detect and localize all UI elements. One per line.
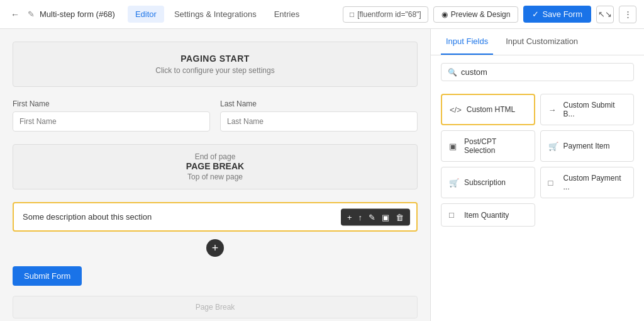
custom-html-icon: </> <box>450 105 462 115</box>
tab-input-fields[interactable]: Input Fields <box>441 29 493 55</box>
custom-payment-icon: □ <box>548 178 558 188</box>
field-post-cpt[interactable]: ▣ Post/CPT Selection <box>441 130 535 162</box>
paging-start-block[interactable]: PAGING START Click to configure your ste… <box>13 42 418 87</box>
custom-submit-label: Custom Submit B... <box>564 101 626 118</box>
tab-input-customization-label: Input Customization <box>506 37 578 46</box>
item-quantity-icon: □ <box>449 210 459 220</box>
nav-editor[interactable]: Editor <box>128 6 164 23</box>
more-button[interactable]: ⋮ <box>619 6 636 23</box>
topbar-nav: Editor Settings & Integrations Entries <box>128 6 307 23</box>
tab-input-customization[interactable]: Input Customization <box>501 29 583 55</box>
subscription-label: Subscription <box>464 178 506 187</box>
custom-payment-label: Custom Payment ... <box>564 174 626 191</box>
bottom-break-label: Page Break <box>19 303 411 312</box>
preview-button[interactable]: ◉ Preview & Design <box>433 6 519 23</box>
shortcode-button[interactable]: □ [fluentform id="68"] <box>343 6 428 23</box>
custom-html-label: Custom HTML <box>467 105 515 114</box>
post-cpt-icon: ▣ <box>449 142 459 151</box>
edit-icon[interactable]: ✎ <box>366 211 378 223</box>
search-input[interactable] <box>461 67 627 77</box>
more-icon: ⋮ <box>624 9 632 19</box>
save-button[interactable]: ✓ Save Form <box>523 6 591 23</box>
shortcode-label: [fluentform id="68"] <box>357 10 421 19</box>
paging-start-title: PAGING START <box>25 54 406 64</box>
expand-button[interactable]: ↖↘ <box>596 6 614 23</box>
post-cpt-label: Post/CPT Selection <box>464 137 527 155</box>
description-text: Some description about this section <box>23 212 152 222</box>
item-quantity-label: Item Quantity <box>464 211 509 220</box>
save-icon: ✓ <box>532 9 539 19</box>
field-custom-submit[interactable]: → Custom Submit B... <box>540 94 635 125</box>
first-name-label: First Name <box>13 99 210 108</box>
page-break-end-label: End of page <box>21 152 409 161</box>
editor-area: PAGING START Click to configure your ste… <box>0 29 430 321</box>
field-item-quantity[interactable]: □ Item Quantity <box>441 203 535 227</box>
search-container: 🔍 <box>431 55 644 89</box>
search-icon: 🔍 <box>448 68 457 77</box>
save-label: Save Form <box>542 9 582 19</box>
subscription-icon: 🛒 <box>449 178 459 188</box>
topbar: ← ✎ Multi-step form (#68) Editor Setting… <box>0 0 644 29</box>
field-payment-item[interactable]: 🛒 Payment Item <box>540 130 635 162</box>
field-custom-html[interactable]: </> Custom HTML <box>441 94 535 125</box>
shortcode-icon: □ <box>350 10 354 19</box>
first-name-input[interactable] <box>13 111 210 132</box>
form-name-row: First Name Last Name <box>13 99 418 132</box>
delete-icon[interactable]: 🗑 <box>393 211 406 223</box>
nav-settings[interactable]: Settings & Integrations <box>167 6 264 23</box>
field-custom-payment[interactable]: □ Custom Payment ... <box>540 167 635 198</box>
payment-item-label: Payment Item <box>564 142 610 150</box>
field-grid: </> Custom HTML → Custom Submit B... ▣ P… <box>431 89 644 232</box>
panel-tabs: Input Fields Input Customization <box>431 29 644 55</box>
section-toolbar: + ↑ ✎ ▣ 🗑 <box>341 208 410 225</box>
preview-label: Preview & Design <box>451 10 511 19</box>
main-layout: PAGING START Click to configure your ste… <box>0 29 644 321</box>
tab-input-fields-label: Input Fields <box>446 37 488 46</box>
first-name-field: First Name <box>13 99 210 132</box>
page-break-bottom-block[interactable]: Page Break <box>13 296 418 318</box>
add-toolbar-icon[interactable]: + <box>345 211 355 223</box>
nav-entries[interactable]: Entries <box>267 6 307 23</box>
last-name-input[interactable] <box>220 111 418 132</box>
plus-icon: + <box>212 242 219 255</box>
page-break-block[interactable]: End of page PAGE BREAK Top of new page <box>13 144 418 189</box>
paging-start-subtitle: Click to configure your step settings <box>25 66 406 75</box>
description-section[interactable]: Some description about this section + ↑ … <box>13 202 418 232</box>
payment-item-icon: 🛒 <box>548 142 558 151</box>
submit-form-button[interactable]: Submit Form <box>13 266 82 286</box>
back-button[interactable]: ← <box>8 7 23 22</box>
last-name-field: Last Name <box>220 99 418 132</box>
expand-icon: ↖↘ <box>598 9 612 19</box>
page-break-title: PAGE BREAK <box>21 161 409 171</box>
page-break-top-label: Top of new page <box>21 172 409 181</box>
duplicate-icon[interactable]: ▣ <box>379 211 392 223</box>
move-up-icon[interactable]: ↑ <box>356 211 365 223</box>
form-icon: ✎ <box>28 9 35 19</box>
right-panel: Input Fields Input Customization 🔍 </> C… <box>430 29 644 321</box>
form-title: Multi-step form (#68) <box>40 9 115 19</box>
eye-icon: ◉ <box>441 10 448 19</box>
topbar-right: □ [fluentform id="68"] ◉ Preview & Desig… <box>343 6 636 23</box>
last-name-label: Last Name <box>220 99 418 108</box>
search-box: 🔍 <box>441 63 634 81</box>
back-icon: ← <box>11 9 19 20</box>
add-element-button[interactable]: + <box>206 239 224 257</box>
custom-submit-icon: → <box>548 105 558 115</box>
submit-label: Submit Form <box>24 271 70 281</box>
field-subscription[interactable]: 🛒 Subscription <box>441 167 535 198</box>
